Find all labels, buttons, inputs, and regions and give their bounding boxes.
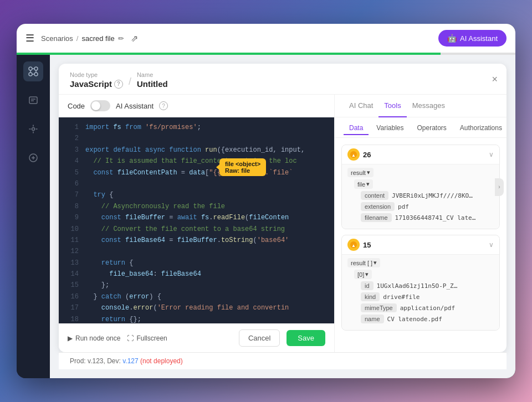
tab-tools[interactable]: Tools (378, 95, 406, 117)
name-value: CV latenode.pdf (387, 316, 442, 323)
file-dropdown[interactable]: file ▾ (354, 179, 373, 189)
ai-assistant-nav-button[interactable]: 🤖 AI Assistant (438, 30, 507, 47)
close-button[interactable]: × (492, 73, 498, 85)
tab-ai-chat[interactable]: AI Chat (344, 95, 378, 117)
index-dropdown[interactable]: [0] ▾ (354, 270, 372, 279)
chevron-icon-15: ∨ (489, 241, 494, 249)
node-id-15: 15 (363, 241, 489, 249)
subtab-variables[interactable]: Variables (371, 122, 409, 135)
svg-point-0 (29, 67, 32, 70)
node-badge-26: ▲ (347, 148, 360, 161)
subtab-authorizations[interactable]: Authorizations (454, 122, 507, 135)
tree-node-header-15[interactable]: ▲ 15 ∨ (342, 235, 499, 254)
ai-assistant-label: AI Assistant (116, 102, 154, 110)
id-value: 1UGxlAad61zj11n5O-P_ZbXPFNq_2leDa (377, 282, 460, 290)
chevron-icon-26: ∨ (489, 151, 494, 158)
edit-icon[interactable]: ✏ (118, 34, 124, 43)
code-line: 7 try { (59, 189, 334, 200)
code-line: 17 console.error('Error reading file and… (59, 302, 334, 313)
sidebar-icon-nodes[interactable] (23, 61, 43, 81)
result-arr-dropdown[interactable]: result [ ] ▾ (347, 258, 380, 267)
help-icon[interactable]: ? (114, 80, 123, 89)
prop-row: id 1UGxlAad61zj11n5O-P_ZbXPFNq_2leDa (361, 281, 494, 290)
code-footer: ▶ Run node once ⛶ Fullscreen Cancel Save (59, 323, 334, 352)
dev-version-link[interactable]: v.127 (122, 357, 138, 365)
code-line: 15 }; (59, 280, 334, 291)
mimetype-tag: mimeType (361, 303, 397, 312)
share-icon[interactable]: ⇗ (131, 33, 138, 44)
app-shell: ☰ Scenarios / sacred file ✏ ⇗ 🤖 AI Assis… (17, 24, 515, 378)
code-line: 9 const fileBuffer = await fs.readFile(f… (59, 212, 334, 223)
subtab-operators[interactable]: Operators (412, 122, 452, 135)
code-line: 3 export default async function run({exe… (59, 145, 334, 156)
prop-row: name CV latenode.pdf (361, 315, 494, 323)
ai-toggle[interactable] (90, 100, 110, 111)
prod-version: Prod: v.123, (70, 357, 105, 365)
filename-value: 1710366448741_CV latenode (395, 214, 478, 221)
prop-row: filename 1710366448741_CV latenode (361, 213, 494, 222)
prop-row: mimeType application/pdf (361, 303, 494, 312)
hamburger-icon[interactable]: ☰ (25, 32, 34, 44)
tab-messages[interactable]: Messages (407, 95, 451, 117)
code-line: 14 file_base64: fileBase64 (59, 269, 334, 280)
result-dropdown[interactable]: result ▾ (347, 168, 374, 177)
bot-icon: 🤖 (447, 34, 457, 43)
svg-point-3 (34, 73, 38, 76)
fullscreen-button[interactable]: ⛶ Fullscreen (127, 334, 167, 342)
prop-row: result ▾ (347, 168, 494, 177)
expand-handle-26[interactable]: › (495, 178, 504, 196)
data-tree: ▲ 26 ∨ result ▾ (335, 138, 507, 352)
code-line: 18 return {}; (59, 314, 334, 323)
subtab-data[interactable]: Data (344, 122, 369, 135)
sidebar-icon-extra[interactable] (23, 148, 43, 168)
panel-area: Node type JavaScript ? / Name Untitled × (50, 55, 515, 378)
kind-value: drive#file (383, 293, 420, 301)
breadcrumb-current: sacred file (81, 34, 114, 43)
ai-help-icon[interactable]: ? (159, 101, 168, 110)
breadcrumb-separator: / (76, 34, 79, 43)
tree-node-15: ▲ 15 ∨ result [ ] ▾ (341, 235, 500, 331)
prop-row: extension pdf (361, 202, 494, 211)
extension-value: pdf (398, 203, 409, 210)
panel-body: Code AI Assistant ? 1 import fs from ' (59, 95, 507, 352)
id-tag: id (361, 281, 374, 290)
cancel-button[interactable]: Cancel (239, 329, 280, 347)
run-once-button[interactable]: ▶ Run node once (68, 334, 120, 342)
prop-row: file ▾ (354, 179, 494, 189)
code-line: 6 (59, 178, 334, 189)
code-line: 5 const fileContentPath = data["{{26.`re… (59, 167, 334, 178)
code-tooltip: file <object> Raw: file (219, 158, 266, 176)
code-editor[interactable]: 1 import fs from 'fs/promises'; 2 3 expo… (59, 117, 334, 323)
prop-row: [0] ▾ (354, 270, 494, 279)
node-type-value: JavaScript ? (70, 79, 123, 89)
breadcrumb-parent[interactable]: Scenarios (41, 34, 73, 43)
svg-point-11 (32, 128, 35, 131)
prop-row: result [ ] ▾ (347, 258, 494, 267)
sidebar-icon-history[interactable] (23, 90, 43, 110)
tree-node-26: ▲ 26 ∨ result ▾ (341, 145, 500, 229)
code-line: 2 (59, 133, 334, 144)
save-button[interactable]: Save (287, 330, 325, 346)
code-section: Code AI Assistant ? 1 import fs from ' (59, 95, 335, 352)
code-line: 13 return { (59, 257, 334, 269)
code-line: 8 // Asynchronously read the file (59, 201, 334, 212)
toggle-thumb (91, 101, 100, 110)
tree-node-body-26: result ▾ file ▾ (342, 164, 499, 229)
prop-row: kind drive#file (361, 292, 494, 301)
node-type-label: Node type (70, 71, 123, 78)
node-id-26: 26 (363, 151, 489, 159)
code-line: 11 const fileBase64 = fileBuffer.toStrin… (59, 235, 334, 246)
top-nav: ☰ Scenarios / sacred file ✏ ⇗ 🤖 AI Assis… (17, 24, 515, 53)
right-panel: AI Chat Tools Messages Data Variables Op… (335, 95, 507, 352)
fullscreen-icon: ⛶ (127, 334, 134, 342)
filename-tag: filename (361, 213, 392, 222)
sidebar-icon-settings[interactable] (23, 119, 43, 139)
breadcrumb: Scenarios / sacred file ✏ (41, 34, 124, 43)
tree-node-header-26[interactable]: ▲ 26 ∨ (342, 145, 499, 164)
node-name-label: Name (137, 71, 168, 78)
code-toolbar: Code AI Assistant ? (59, 95, 334, 117)
svg-point-1 (34, 67, 38, 70)
sub-tabs: Data Variables Operators Authorizations (335, 117, 507, 138)
svg-point-2 (29, 73, 32, 76)
panel-header: Node type JavaScript ? / Name Untitled × (59, 64, 507, 95)
